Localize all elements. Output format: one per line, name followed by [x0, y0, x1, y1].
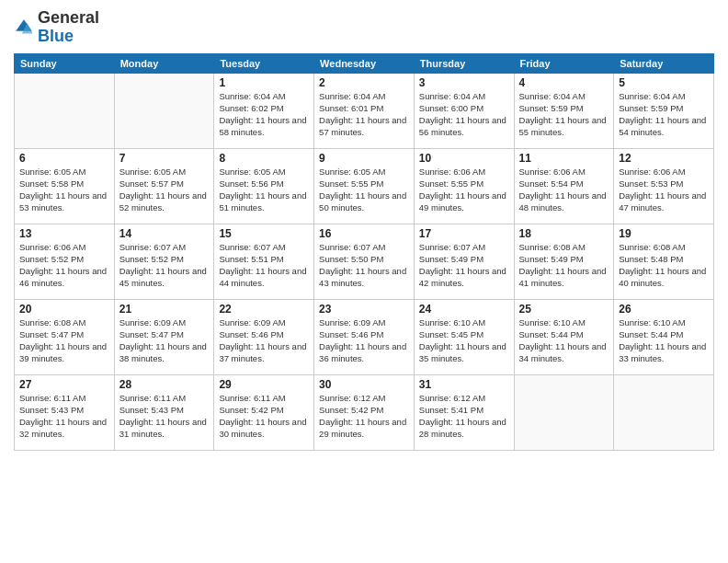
calendar-cell: 13Sunrise: 6:06 AMSunset: 5:52 PMDayligh…	[15, 224, 115, 299]
calendar-cell: 23Sunrise: 6:09 AMSunset: 5:46 PMDayligh…	[314, 299, 415, 374]
day-info: Sunrise: 6:06 AMSunset: 5:55 PMDaylight:…	[419, 166, 509, 214]
calendar-cell	[15, 73, 115, 148]
day-number: 7	[119, 152, 210, 165]
calendar-cell: 20Sunrise: 6:08 AMSunset: 5:47 PMDayligh…	[15, 299, 115, 374]
day-number: 10	[419, 152, 509, 165]
day-number: 26	[619, 303, 709, 316]
day-number: 20	[19, 303, 109, 316]
calendar-cell: 31Sunrise: 6:12 AMSunset: 5:41 PMDayligh…	[414, 374, 514, 450]
day-number: 28	[119, 378, 210, 391]
day-number: 3	[419, 76, 509, 89]
day-number: 18	[519, 227, 609, 240]
day-info: Sunrise: 6:04 AMSunset: 5:59 PMDaylight:…	[519, 90, 609, 139]
day-number: 22	[219, 303, 309, 316]
page: General Blue Sunday Monday Tuesday Wedne…	[0, 0, 728, 563]
day-number: 12	[619, 152, 709, 165]
logo-icon	[14, 17, 34, 38]
calendar-cell: 12Sunrise: 6:06 AMSunset: 5:53 PMDayligh…	[614, 148, 714, 224]
logo-blue: Blue	[38, 27, 74, 45]
day-info: Sunrise: 6:04 AMSunset: 5:59 PMDaylight:…	[619, 90, 709, 139]
day-number: 24	[419, 303, 509, 316]
day-number: 6	[19, 152, 109, 165]
day-number: 17	[419, 227, 509, 240]
day-info: Sunrise: 6:09 AMSunset: 5:46 PMDaylight:…	[219, 316, 309, 365]
calendar-table: Sunday Monday Tuesday Wednesday Thursday…	[14, 53, 714, 451]
day-number: 29	[219, 378, 309, 391]
day-info: Sunrise: 6:09 AMSunset: 5:47 PMDaylight:…	[119, 316, 210, 365]
day-info: Sunrise: 6:10 AMSunset: 5:44 PMDaylight:…	[619, 316, 709, 365]
day-info: Sunrise: 6:09 AMSunset: 5:46 PMDaylight:…	[319, 316, 409, 365]
col-saturday: Saturday	[614, 53, 714, 73]
calendar-cell: 28Sunrise: 6:11 AMSunset: 5:43 PMDayligh…	[114, 374, 214, 450]
calendar-cell: 3Sunrise: 6:04 AMSunset: 6:00 PMDaylight…	[414, 73, 514, 148]
day-info: Sunrise: 6:06 AMSunset: 5:53 PMDaylight:…	[619, 166, 709, 214]
day-info: Sunrise: 6:05 AMSunset: 5:57 PMDaylight:…	[119, 166, 210, 214]
day-info: Sunrise: 6:04 AMSunset: 6:01 PMDaylight:…	[319, 90, 409, 139]
header: General Blue	[14, 9, 714, 46]
day-number: 25	[519, 303, 609, 316]
calendar-header-row: Sunday Monday Tuesday Wednesday Thursday…	[15, 53, 714, 73]
calendar-cell: 1Sunrise: 6:04 AMSunset: 6:02 PMDaylight…	[214, 73, 314, 148]
day-info: Sunrise: 6:08 AMSunset: 5:49 PMDaylight:…	[519, 241, 609, 290]
week-row-0: 1Sunrise: 6:04 AMSunset: 6:02 PMDaylight…	[15, 73, 714, 148]
day-info: Sunrise: 6:07 AMSunset: 5:52 PMDaylight:…	[119, 241, 210, 290]
calendar-cell	[114, 73, 214, 148]
calendar-cell	[514, 374, 614, 450]
day-number: 11	[519, 152, 609, 165]
day-number: 1	[219, 76, 309, 89]
day-info: Sunrise: 6:10 AMSunset: 5:44 PMDaylight:…	[519, 316, 609, 365]
calendar-cell: 19Sunrise: 6:08 AMSunset: 5:48 PMDayligh…	[614, 224, 714, 299]
calendar-cell: 25Sunrise: 6:10 AMSunset: 5:44 PMDayligh…	[514, 299, 614, 374]
calendar-cell: 29Sunrise: 6:11 AMSunset: 5:42 PMDayligh…	[214, 374, 314, 450]
day-number: 23	[319, 303, 409, 316]
day-info: Sunrise: 6:05 AMSunset: 5:58 PMDaylight:…	[19, 166, 109, 214]
col-thursday: Thursday	[414, 53, 514, 73]
day-info: Sunrise: 6:04 AMSunset: 6:02 PMDaylight:…	[219, 90, 309, 139]
calendar-cell: 6Sunrise: 6:05 AMSunset: 5:58 PMDaylight…	[15, 148, 115, 224]
calendar-cell: 7Sunrise: 6:05 AMSunset: 5:57 PMDaylight…	[114, 148, 214, 224]
calendar-cell: 8Sunrise: 6:05 AMSunset: 5:56 PMDaylight…	[214, 148, 314, 224]
col-wednesday: Wednesday	[314, 53, 415, 73]
day-info: Sunrise: 6:12 AMSunset: 5:41 PMDaylight:…	[419, 392, 509, 441]
day-number: 21	[119, 303, 210, 316]
day-number: 9	[319, 152, 409, 165]
day-number: 5	[619, 76, 709, 89]
calendar-cell	[614, 374, 714, 450]
day-info: Sunrise: 6:08 AMSunset: 5:48 PMDaylight:…	[619, 241, 709, 290]
week-row-3: 20Sunrise: 6:08 AMSunset: 5:47 PMDayligh…	[15, 299, 714, 374]
calendar-cell: 21Sunrise: 6:09 AMSunset: 5:47 PMDayligh…	[114, 299, 214, 374]
logo-general: General	[38, 8, 99, 27]
day-number: 27	[19, 378, 109, 391]
calendar-cell: 11Sunrise: 6:06 AMSunset: 5:54 PMDayligh…	[514, 148, 614, 224]
calendar-cell: 2Sunrise: 6:04 AMSunset: 6:01 PMDaylight…	[314, 73, 415, 148]
calendar-cell: 9Sunrise: 6:05 AMSunset: 5:55 PMDaylight…	[314, 148, 415, 224]
calendar-cell: 4Sunrise: 6:04 AMSunset: 5:59 PMDaylight…	[514, 73, 614, 148]
day-info: Sunrise: 6:04 AMSunset: 6:00 PMDaylight:…	[419, 90, 509, 139]
day-number: 16	[319, 227, 409, 240]
day-number: 13	[19, 227, 109, 240]
calendar-cell: 18Sunrise: 6:08 AMSunset: 5:49 PMDayligh…	[514, 224, 614, 299]
day-info: Sunrise: 6:11 AMSunset: 5:43 PMDaylight:…	[19, 392, 109, 441]
day-info: Sunrise: 6:11 AMSunset: 5:43 PMDaylight:…	[119, 392, 210, 441]
day-info: Sunrise: 6:07 AMSunset: 5:50 PMDaylight:…	[319, 241, 409, 290]
col-friday: Friday	[514, 53, 614, 73]
week-row-2: 13Sunrise: 6:06 AMSunset: 5:52 PMDayligh…	[15, 224, 714, 299]
col-tuesday: Tuesday	[214, 53, 314, 73]
calendar-cell: 17Sunrise: 6:07 AMSunset: 5:49 PMDayligh…	[414, 224, 514, 299]
day-number: 4	[519, 76, 609, 89]
logo: General Blue	[14, 9, 99, 46]
calendar-cell: 27Sunrise: 6:11 AMSunset: 5:43 PMDayligh…	[15, 374, 115, 450]
calendar-cell: 22Sunrise: 6:09 AMSunset: 5:46 PMDayligh…	[214, 299, 314, 374]
day-info: Sunrise: 6:07 AMSunset: 5:51 PMDaylight:…	[219, 241, 309, 290]
col-monday: Monday	[114, 53, 214, 73]
day-info: Sunrise: 6:07 AMSunset: 5:49 PMDaylight:…	[419, 241, 509, 290]
day-info: Sunrise: 6:05 AMSunset: 5:56 PMDaylight:…	[219, 166, 309, 214]
calendar-cell: 15Sunrise: 6:07 AMSunset: 5:51 PMDayligh…	[214, 224, 314, 299]
col-sunday: Sunday	[15, 53, 115, 73]
calendar-cell: 10Sunrise: 6:06 AMSunset: 5:55 PMDayligh…	[414, 148, 514, 224]
calendar-cell: 30Sunrise: 6:12 AMSunset: 5:42 PMDayligh…	[314, 374, 415, 450]
day-number: 15	[219, 227, 309, 240]
day-info: Sunrise: 6:08 AMSunset: 5:47 PMDaylight:…	[19, 316, 109, 365]
week-row-1: 6Sunrise: 6:05 AMSunset: 5:58 PMDaylight…	[15, 148, 714, 224]
day-number: 31	[419, 378, 509, 391]
